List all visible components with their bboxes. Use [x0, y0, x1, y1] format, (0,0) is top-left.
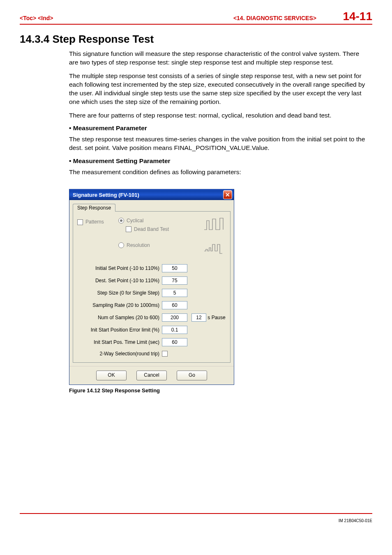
label-two-way: 2-Way Selection(round trip): [77, 351, 162, 357]
resolution-label: Resolution: [127, 242, 150, 248]
label-initial-set-point: Initial Set Point (-10 to 110%): [77, 265, 162, 271]
paragraph-5: The measurement condition defines as fol…: [69, 168, 368, 177]
header-chapter[interactable]: <14. DIAGNOSTIC SERVICES>: [233, 15, 316, 21]
input-sampling-rate[interactable]: 60: [162, 301, 187, 309]
paragraph-1: This signature function will measure the…: [69, 50, 368, 67]
paragraph-4: The step response test measures time-ser…: [69, 135, 368, 152]
patterns-group: Patterns Cyclical Dead Band Test: [77, 217, 226, 254]
input-init-err-limit[interactable]: 0.1: [162, 326, 187, 334]
input-pause[interactable]: 12: [191, 313, 206, 322]
page-number: 14-11: [343, 10, 372, 23]
resolution-preview-icon: [203, 242, 224, 254]
dialog-title: Signature Setting (FV-101): [73, 192, 139, 198]
dialog-button-row: OK Cancel Go: [69, 366, 234, 385]
cyclical-radio[interactable]: [118, 218, 124, 223]
go-button[interactable]: Go: [177, 371, 207, 380]
page-header: <Toc> <Ind> <14. DIAGNOSTIC SERVICES> 14…: [20, 10, 372, 25]
figure-caption: Figure 14.12 Step Response Setting: [69, 387, 372, 394]
close-icon: ✕: [225, 192, 230, 198]
label-dest-set-point: Dest. Set Point (-10 to 110%): [77, 278, 162, 283]
bullet-measurement-parameter: Measurement Parameter: [69, 124, 372, 132]
patterns-checkbox-row[interactable]: Patterns: [77, 217, 114, 254]
pattern-preview: [201, 217, 226, 254]
tab-page: Patterns Cyclical Dead Band Test: [73, 211, 231, 363]
resolution-radio-row[interactable]: Resolution: [118, 242, 197, 248]
input-init-time-limit[interactable]: 60: [162, 338, 187, 346]
row-step-size: Step Size (0 for Single Step) 5: [77, 289, 226, 297]
cyclical-label: Cyclical: [127, 218, 143, 223]
dead-band-label: Dead Band Test: [134, 226, 169, 232]
cyclical-radio-row[interactable]: Cyclical: [118, 217, 197, 223]
row-init-err-limit: Init Start Position Error limit (%) 0.1: [77, 326, 226, 334]
label-num-samples: Num of Samples (20 to 600): [77, 315, 162, 320]
dialog-title-bar[interactable]: Signature Setting (FV-101) ✕: [69, 189, 234, 200]
input-step-size[interactable]: 5: [162, 289, 187, 297]
tab-step-response[interactable]: Step Response: [73, 204, 115, 212]
label-init-time-limit: Init Start Pos. Time Limit (sec): [77, 339, 162, 345]
tab-strip: Step Response: [69, 200, 234, 211]
row-sampling-rate: Sampling Rate (20 to 1000ms) 60: [77, 301, 226, 309]
dead-band-check-row[interactable]: Dead Band Test: [126, 226, 197, 232]
label-step-size: Step Size (0 for Single Step): [77, 290, 162, 296]
footer-id: IM 21B04C50-01E: [339, 518, 372, 523]
row-initial-set-point: Initial Set Point (-10 to 110%) 50: [77, 264, 226, 272]
cyclical-preview-icon: [203, 217, 224, 232]
footer-rule: [20, 513, 372, 514]
bullet-measurement-setting-parameter: Measurement Setting Parameter: [69, 157, 372, 165]
label-init-err-limit: Init Start Position Error limit (%): [77, 327, 162, 333]
header-left[interactable]: <Toc> <Ind>: [20, 15, 53, 21]
paragraph-2: The multiple step response test consists…: [69, 72, 368, 106]
resolution-radio[interactable]: [118, 242, 124, 248]
row-two-way: 2-Way Selection(round trip): [77, 350, 226, 357]
row-num-samples: Num of Samples (20 to 600) 200 12 s Paus…: [77, 313, 226, 322]
patterns-label: Patterns: [85, 219, 104, 225]
patterns-checkbox[interactable]: [77, 219, 83, 225]
section-title: 14.3.4 Step Response Test: [20, 33, 372, 46]
row-dest-set-point: Dest. Set Point (-10 to 110%) 75: [77, 276, 226, 285]
close-button[interactable]: ✕: [223, 190, 232, 199]
checkbox-two-way[interactable]: [162, 351, 168, 357]
label-sampling-rate: Sampling Rate (20 to 1000ms): [77, 302, 162, 308]
input-initial-set-point[interactable]: 50: [162, 264, 187, 272]
signature-setting-dialog: Signature Setting (FV-101) ✕ Step Respon…: [69, 189, 234, 385]
input-num-samples[interactable]: 200: [162, 313, 187, 322]
ok-button[interactable]: OK: [96, 371, 127, 380]
label-pause-suffix: s Pause: [208, 315, 225, 320]
dead-band-checkbox[interactable]: [126, 226, 131, 232]
input-dest-set-point[interactable]: 75: [162, 276, 187, 285]
paragraph-3: There are four patterns of step response…: [69, 111, 368, 120]
row-init-time-limit: Init Start Pos. Time Limit (sec) 60: [77, 338, 226, 346]
cancel-button[interactable]: Cancel: [136, 371, 167, 380]
